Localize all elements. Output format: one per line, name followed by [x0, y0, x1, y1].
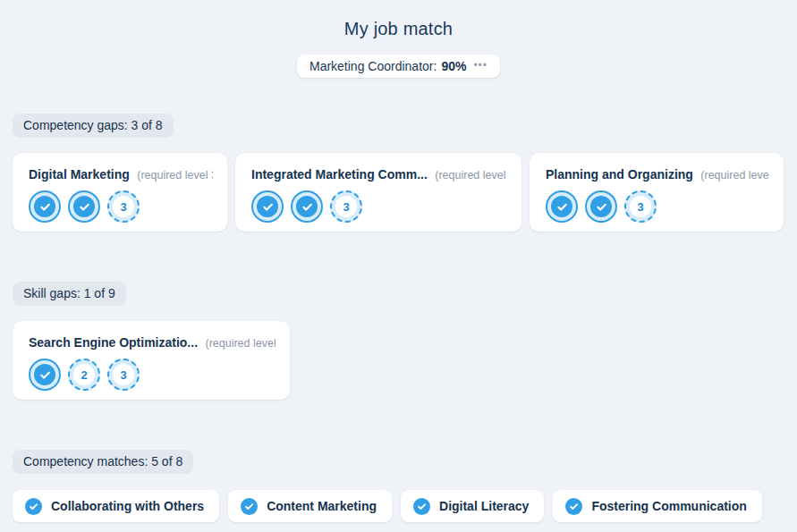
achieved-level-icon: [29, 359, 61, 391]
job-match-page: My job match Marketing Coordinator: 90% …: [0, 19, 797, 532]
required-level-icon: 3: [107, 359, 140, 391]
required-level-icon: 2: [68, 359, 100, 391]
achieved-level-icon: [68, 190, 100, 223]
check-circle-icon: [565, 498, 582, 515]
competency-name: Digital Marketing: [29, 167, 130, 182]
competency-matches-row: Collaborating with Others Content Market…: [13, 490, 797, 522]
required-level-value: 3: [113, 196, 134, 217]
competency-gap-card[interactable]: Planning and Organizing (required level …: [530, 153, 784, 232]
check-circle-icon: [413, 498, 430, 515]
skill-gaps-row: Search Engine Optimizatio... (required l…: [13, 321, 797, 400]
job-match-percent: 90%: [441, 59, 466, 73]
level-indicators: 3: [29, 190, 213, 223]
card-head: Planning and Organizing (required level …: [546, 166, 769, 182]
achieved-level-icon: [585, 190, 617, 223]
required-level-value: 3: [335, 196, 357, 217]
competency-gaps-row: Digital Marketing (required level 3) 3 I…: [13, 153, 797, 232]
competency-gaps-heading: Competency gaps: 3 of 8: [13, 114, 174, 138]
achieved-level-icon: [291, 190, 323, 223]
required-level-note: (required level 3): [435, 169, 507, 182]
required-level-note: (required level 3): [137, 169, 213, 182]
required-level-icon: 3: [107, 190, 140, 223]
job-title-label: Marketing Coordinator:: [309, 59, 437, 73]
competency-match-label: Fostering Communication: [591, 499, 746, 513]
level-indicators: 3: [546, 190, 769, 223]
competency-match-label: Collaborating with Others: [51, 499, 204, 513]
competency-match-pill[interactable]: Digital Literacy: [401, 490, 544, 522]
required-level-value: 3: [630, 196, 651, 217]
competency-match-pill[interactable]: Collaborating with Others: [13, 490, 219, 522]
level-indicators: 3: [251, 190, 507, 223]
job-pill-container: Marketing Coordinator: 90% •••: [0, 55, 797, 78]
required-level-icon: 3: [330, 190, 362, 223]
card-head: Digital Marketing (required level 3): [29, 166, 213, 182]
competency-match-pill[interactable]: Content Marketing: [228, 490, 392, 522]
skill-name: Search Engine Optimizatio...: [29, 335, 198, 350]
competency-matches-heading: Competency matches: 5 of 8: [13, 450, 193, 474]
competency-match-pill[interactable]: Fostering Communication: [553, 490, 761, 522]
required-level-note: (required level 3): [206, 337, 276, 350]
competency-match-label: Content Marketing: [267, 499, 377, 513]
more-options-icon[interactable]: •••: [473, 60, 488, 71]
skill-gap-card[interactable]: Search Engine Optimizatio... (required l…: [13, 321, 290, 400]
achieved-level-icon: [546, 190, 578, 223]
required-level-note: (required level 3): [700, 169, 769, 182]
job-match-pill[interactable]: Marketing Coordinator: 90% •••: [297, 55, 500, 78]
required-level-value: 2: [73, 364, 95, 385]
achieved-level-icon: [29, 190, 61, 223]
required-level-value: 3: [113, 364, 134, 385]
competency-name: Planning and Organizing: [546, 167, 693, 182]
achieved-level-icon: [251, 190, 284, 223]
check-circle-icon: [25, 498, 42, 515]
competency-gap-card[interactable]: Digital Marketing (required level 3) 3: [13, 153, 227, 232]
skill-gaps-heading: Skill gaps: 1 of 9: [13, 282, 126, 306]
card-head: Integrated Marketing Comm... (required l…: [251, 166, 507, 182]
competency-name: Integrated Marketing Comm...: [251, 167, 428, 182]
level-indicators: 2 3: [29, 359, 276, 391]
page-title: My job match: [0, 19, 797, 39]
required-level-icon: 3: [624, 190, 657, 223]
competency-match-label: Digital Literacy: [439, 499, 529, 513]
competency-gap-card[interactable]: Integrated Marketing Comm... (required l…: [235, 153, 521, 232]
check-circle-icon: [241, 498, 258, 515]
card-head: Search Engine Optimizatio... (required l…: [29, 334, 276, 350]
